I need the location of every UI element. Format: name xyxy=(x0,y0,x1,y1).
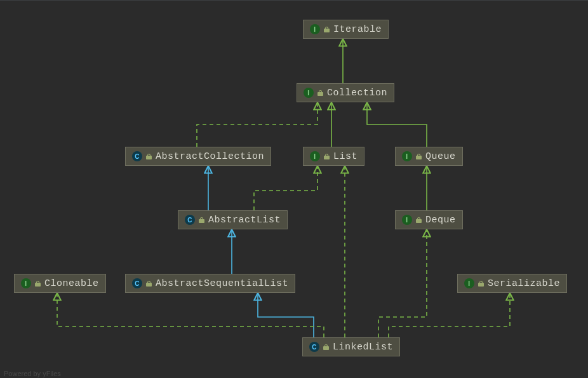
node-cloneable[interactable]: I Cloneable xyxy=(14,274,106,293)
node-label: List xyxy=(333,151,357,162)
node-label: Deque xyxy=(425,215,456,226)
node-deque[interactable]: I Deque xyxy=(395,210,463,229)
node-label: AbstractList xyxy=(208,215,281,226)
node-iterable[interactable]: I Iterable xyxy=(303,20,389,39)
edge-linkedList-to-serializable xyxy=(389,293,510,337)
node-label: Cloneable xyxy=(44,278,99,289)
node-abstract-collection[interactable]: C AbstractCollection xyxy=(125,147,271,166)
node-label: AbstractCollection xyxy=(156,151,264,162)
node-collection[interactable]: I Collection xyxy=(297,83,394,102)
lock-icon xyxy=(324,154,330,159)
node-label: Collection xyxy=(327,88,387,98)
edge-linkedList-to-cloneable xyxy=(57,293,324,337)
lock-icon xyxy=(478,281,484,287)
node-serializable[interactable]: I Serializable xyxy=(457,274,567,293)
node-linked-list[interactable]: C LinkedList xyxy=(302,337,400,356)
interface-icon: I xyxy=(402,215,412,225)
node-label: Iterable xyxy=(333,24,382,35)
edge-abstractList-to-list xyxy=(254,166,317,210)
node-label: Queue xyxy=(425,151,456,162)
diagram-canvas: I Iterable I Collection C AbstractCollec… xyxy=(0,0,588,378)
interface-icon: I xyxy=(402,151,412,161)
class-icon: C xyxy=(132,151,142,161)
edge-queue-to-collection xyxy=(367,102,427,147)
interface-icon: I xyxy=(310,24,320,34)
edges-layer xyxy=(0,1,588,378)
lock-icon xyxy=(146,281,152,287)
edge-abstractCollection-to-collection xyxy=(197,102,317,147)
class-icon: C xyxy=(309,342,319,352)
node-list[interactable]: I List xyxy=(303,147,364,166)
node-label: AbstractSequentialList xyxy=(156,278,288,289)
powered-by-label: Powered by yFiles xyxy=(4,370,61,377)
node-label: LinkedList xyxy=(333,342,393,353)
node-abstract-list[interactable]: C AbstractList xyxy=(178,210,288,229)
edge-linkedList-to-deque xyxy=(378,229,427,337)
lock-icon xyxy=(199,217,204,223)
lock-icon xyxy=(416,154,422,159)
node-label: Serializable xyxy=(488,278,560,289)
interface-icon: I xyxy=(310,151,320,161)
interface-icon: I xyxy=(304,88,314,98)
edge-linkedList-to-abstractSequentialList xyxy=(258,293,314,337)
interface-icon: I xyxy=(21,278,31,288)
interface-icon: I xyxy=(464,278,474,288)
class-icon: C xyxy=(132,278,142,288)
node-abstract-sequential-list[interactable]: C AbstractSequentialList xyxy=(125,274,295,293)
lock-icon xyxy=(35,281,41,287)
lock-icon xyxy=(146,154,152,159)
lock-icon xyxy=(323,344,329,350)
lock-icon xyxy=(324,27,330,32)
node-queue[interactable]: I Queue xyxy=(395,147,463,166)
class-icon: C xyxy=(185,215,195,225)
lock-icon xyxy=(416,217,422,223)
lock-icon xyxy=(317,90,323,96)
